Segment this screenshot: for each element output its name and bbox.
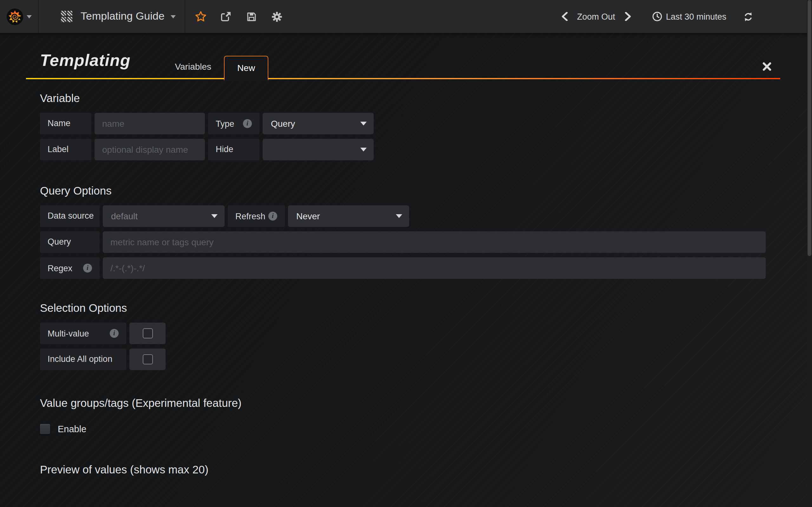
save-icon (246, 10, 258, 22)
time-range-label: Last 30 minutes (666, 12, 726, 21)
label-input[interactable] (95, 139, 205, 160)
name-label: Name (40, 113, 91, 134)
refresh-select-value: Never (288, 205, 409, 227)
name-input[interactable] (95, 113, 205, 134)
scrollbar-thumb[interactable] (808, 0, 811, 256)
zoom-out-button[interactable]: Zoom Out (574, 12, 618, 21)
hide-select[interactable] (263, 139, 374, 160)
multi-value-label: Multi-value i (40, 323, 126, 344)
dashboard-title-button[interactable]: Templating Guide (39, 0, 186, 33)
multi-value-checkbox[interactable] (130, 323, 165, 344)
chevron-right-icon (624, 12, 631, 21)
grafana-app: Templating Guide (0, 0, 812, 507)
close-button[interactable] (763, 62, 771, 71)
query-options-heading: Query Options (40, 184, 780, 198)
label-label: Label (40, 139, 91, 160)
share-icon (220, 10, 233, 23)
caret-down-icon (171, 15, 176, 18)
caret-down-icon (27, 15, 32, 18)
variable-heading: Variable (40, 92, 780, 105)
grafana-logo-button[interactable] (0, 0, 39, 33)
multi-value-row: Multi-value i (40, 323, 780, 344)
tab-new[interactable]: New (224, 56, 268, 80)
query-row: Query (40, 231, 780, 253)
info-icon[interactable]: i (110, 329, 119, 338)
tab-variables[interactable]: Variables (162, 55, 224, 79)
data-source-label: Data source (40, 205, 100, 227)
refresh-icon (743, 11, 754, 22)
caret-down-icon (211, 214, 217, 218)
scrollbar[interactable] (807, 0, 812, 507)
variable-row-1: Name Type i Query (40, 113, 780, 134)
page-title: Templating (40, 51, 131, 70)
navbar-right-controls: Zoom Out Last 30 minutes (554, 0, 754, 33)
dashboard-grid-icon (60, 10, 73, 23)
refresh-label-text: Refresh (235, 211, 265, 221)
close-icon (763, 62, 771, 71)
type-select[interactable]: Query (263, 113, 374, 134)
settings-button[interactable] (264, 0, 290, 33)
enable-checkbox[interactable] (40, 424, 50, 434)
refresh-select[interactable]: Never (288, 205, 409, 227)
grafana-logo-icon (6, 8, 23, 25)
caret-down-icon (396, 214, 402, 218)
include-all-row: Include All option (40, 349, 780, 370)
templating-titlebar: Templating Variables New (26, 51, 780, 79)
hide-label: Hide (208, 139, 259, 160)
time-shift-left-button[interactable] (554, 12, 574, 21)
multi-value-label-text: Multi-value (48, 329, 89, 338)
data-source-select[interactable]: default (103, 205, 224, 227)
selection-options-heading: Selection Options (40, 302, 780, 315)
checkbox-icon (142, 328, 153, 338)
checkbox-icon (142, 354, 153, 364)
regex-input[interactable] (103, 257, 766, 279)
dashboard-title: Templating Guide (81, 10, 165, 23)
save-button[interactable] (239, 0, 264, 33)
include-all-label: Include All option (40, 349, 126, 370)
caret-down-icon (360, 148, 367, 152)
gear-icon (271, 10, 283, 22)
preview-heading: Preview of values (shows max 20) (40, 463, 780, 476)
type-select-value: Query (263, 113, 374, 134)
include-all-checkbox[interactable] (130, 349, 165, 370)
tab-underline (26, 78, 780, 79)
info-icon[interactable]: i (268, 212, 277, 221)
star-button[interactable] (188, 0, 213, 33)
navbar: Templating Guide (0, 0, 812, 33)
regex-label-text: Regex (48, 263, 72, 273)
type-label-text: Type (216, 119, 235, 128)
type-label: Type i (208, 113, 259, 134)
caret-down-icon (360, 122, 367, 125)
refresh-label: Refresh i (228, 205, 285, 227)
query-label: Query (40, 231, 100, 253)
clock-icon (652, 11, 662, 21)
star-icon (194, 10, 207, 23)
info-icon[interactable]: i (83, 264, 92, 273)
refresh-button[interactable] (743, 11, 754, 22)
regex-row: Regex i (40, 257, 780, 279)
query-options-row-1: Data source default Refresh i Never (40, 205, 780, 227)
time-range-button[interactable]: Last 30 minutes (652, 11, 726, 21)
enable-row: Enable (33, 424, 780, 434)
enable-label[interactable]: Enable (58, 424, 86, 434)
value-groups-heading: Value groups/tags (Experimental feature) (40, 397, 780, 410)
chevron-left-icon (560, 12, 568, 21)
query-input[interactable] (103, 231, 766, 253)
templating-editor: Templating Variables New Variable Name T… (26, 51, 780, 507)
share-button[interactable] (213, 0, 239, 33)
info-icon[interactable]: i (243, 119, 252, 128)
regex-label: Regex i (40, 257, 100, 279)
variable-row-2: Label Hide (40, 139, 780, 160)
time-shift-right-button[interactable] (618, 12, 638, 21)
data-source-select-value: default (103, 205, 224, 227)
